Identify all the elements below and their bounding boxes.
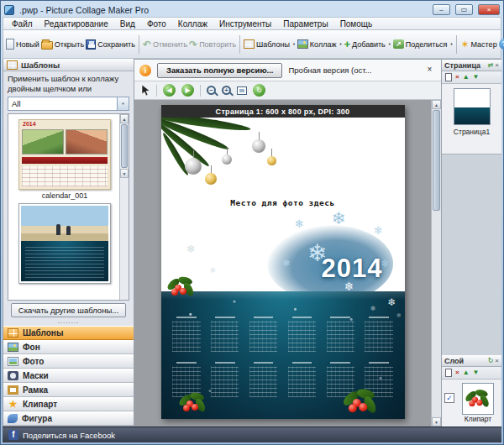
close-button[interactable]: ×: [478, 4, 500, 15]
template-filter-select[interactable]: All ▼: [8, 97, 129, 111]
sidebar-item-photo[interactable]: Фото: [3, 354, 134, 369]
holly-decoration: [180, 393, 208, 415]
scrollbar-thumb[interactable]: [121, 124, 128, 168]
zoom-in-icon[interactable]: +: [222, 86, 231, 95]
help-button[interactable]: ? Справка: [498, 34, 504, 55]
wizard-button[interactable]: ✶ Мастер: [459, 34, 497, 55]
main-area: i Заказать полную версию... Пробная верс…: [134, 59, 441, 427]
template-item[interactable]: [18, 203, 111, 284]
layer-down-icon[interactable]: ▼: [473, 369, 480, 377]
page-panel-toolbar: × ▲ ▼: [442, 71, 501, 84]
template-item[interactable]: 2014 calendar_001: [18, 119, 111, 200]
menu-file[interactable]: Файл: [6, 18, 39, 29]
redo-button[interactable]: ↷ Повторить: [188, 34, 237, 55]
menu-tools[interactable]: Инструменты: [213, 18, 277, 29]
template-thumbnail-teal-calendar[interactable]: [18, 203, 111, 284]
chevron-down-icon: ▼: [339, 42, 342, 46]
sidebar-item-frame[interactable]: Рамка: [3, 383, 134, 397]
order-full-version-button[interactable]: Заказать полную версию...: [157, 63, 282, 78]
refresh-view-icon[interactable]: ↻: [253, 84, 265, 97]
close-panel-icon[interactable]: ×: [495, 357, 499, 365]
sidebar-item-background[interactable]: Фон: [3, 340, 134, 354]
undo-icon: ↶: [143, 39, 151, 50]
trial-notification-bar: i Заказать полную версию... Пробная верс…: [134, 60, 441, 81]
snowflake-icon: ❄: [387, 297, 396, 307]
next-page-icon[interactable]: ▶: [181, 84, 194, 97]
scroll-down-icon[interactable]: ▼: [432, 417, 441, 427]
close-panel-icon[interactable]: ×: [495, 61, 499, 70]
scroll-down-icon[interactable]: ▼: [120, 169, 129, 178]
page-thumbnail[interactable]: [454, 88, 491, 125]
select-tool-icon[interactable]: [141, 85, 150, 97]
layer-up-icon[interactable]: ▲: [463, 369, 470, 377]
menu-bar: Файл Редактирование Вид Фото Коллаж Инст…: [3, 17, 501, 30]
sidebar-item-masks[interactable]: Маски: [3, 369, 134, 383]
minimize-button[interactable]: –: [433, 4, 450, 15]
facebook-icon: f: [8, 430, 18, 440]
layer-visibility-checkbox[interactable]: ✓: [444, 393, 454, 403]
templates-button[interactable]: Шаблоны ▼: [243, 34, 297, 55]
year-text[interactable]: 2014: [322, 254, 383, 284]
collage-page[interactable]: Страница 1: 600 x 800 px, DPI: 300: [161, 105, 405, 419]
refresh-layers-icon[interactable]: ↻: [488, 357, 494, 365]
chevron-down-icon: ▼: [292, 42, 296, 46]
zoom-out-icon[interactable]: −: [207, 86, 216, 95]
menu-edit[interactable]: Редактирование: [39, 18, 114, 29]
snowflake-icon: ❄: [370, 306, 376, 312]
swap-pages-icon[interactable]: ⇄: [488, 61, 494, 70]
scroll-up-icon[interactable]: ▲: [120, 114, 129, 123]
collage-button[interactable]: Коллаж ▼: [297, 34, 344, 55]
maximize-button[interactable]: ▭: [455, 4, 473, 15]
sidebar-item-shape[interactable]: Фигура: [3, 411, 134, 426]
sidebar-item-templates[interactable]: Шаблоны: [3, 326, 134, 340]
menu-view[interactable]: Вид: [114, 18, 141, 29]
delete-page-icon[interactable]: ×: [455, 73, 459, 81]
toolbar-separator: [239, 35, 240, 54]
notification-close-icon[interactable]: ×: [423, 64, 436, 76]
photo-placeholder-text[interactable]: Место для фото здесь: [161, 198, 405, 207]
move-down-icon[interactable]: ▼: [473, 73, 480, 81]
add-plus-icon: +: [344, 39, 350, 50]
template-list-scrollbar[interactable]: ▲ ▼: [119, 114, 129, 300]
collage-canvas[interactable]: Место для фото здесь ❄ ❄ ❄ ❄ ❄ ❄ ❄ ❄ ❄ 2…: [161, 118, 405, 419]
canvas-vertical-scrollbar[interactable]: ▲ ▼: [431, 100, 441, 427]
calendar-month: [171, 317, 202, 353]
add-layer-icon[interactable]: [445, 369, 452, 377]
panel-splitter[interactable]: ........: [3, 318, 134, 326]
scroll-up-icon[interactable]: ▲: [432, 100, 441, 109]
collage-photo-icon: [297, 39, 308, 49]
scrollbar-thumb[interactable]: [433, 110, 440, 211]
calendar-month: [209, 317, 240, 353]
menu-options[interactable]: Параметры: [277, 18, 333, 29]
download-templates-button[interactable]: Скачать другие шаблоны...: [11, 303, 126, 317]
chevron-down-icon[interactable]: ▼: [117, 97, 129, 110]
delete-layer-icon[interactable]: ×: [455, 369, 459, 377]
canvas-workspace[interactable]: Страница 1: 600 x 800 px, DPI: 300: [134, 100, 431, 427]
layer-thumbnail[interactable]: [462, 383, 494, 415]
new-button[interactable]: Новый: [5, 34, 40, 55]
menu-collage[interactable]: Коллаж: [172, 18, 213, 29]
holly-decoration: [466, 390, 492, 409]
templates-hint-text: Применить шаблон к коллажу двойным щелчк…: [3, 71, 134, 95]
snowflake-icon: ❄: [210, 267, 217, 275]
menu-photo[interactable]: Фото: [141, 18, 172, 29]
fit-page-icon[interactable]: [237, 86, 247, 95]
save-button[interactable]: Сохранить: [85, 34, 136, 55]
template-thumbnail-calendar-001[interactable]: 2014: [18, 119, 111, 190]
previous-page-icon[interactable]: ◀: [163, 84, 176, 97]
menu-help[interactable]: Помощь: [334, 18, 379, 29]
frame-icon: [8, 385, 18, 395]
add-button[interactable]: + Добавить ▼: [343, 34, 391, 55]
move-up-icon[interactable]: ▲: [463, 73, 470, 81]
share-button[interactable]: ↗ Поделиться ▼: [392, 34, 454, 55]
sidebar-item-clipart[interactable]: ★ Клипарт: [3, 397, 134, 411]
open-button[interactable]: Открыть: [40, 34, 85, 55]
ornament-ball: [205, 173, 217, 185]
undo-button[interactable]: ↶ Отменить: [142, 34, 188, 55]
chevron-down-icon: ▼: [388, 42, 391, 46]
facebook-share-bar[interactable]: f Поделиться на Facebook: [3, 427, 501, 442]
sidebar-accordion: Шаблоны Фон Фото Маски Рамка: [3, 326, 134, 426]
add-page-icon[interactable]: [445, 73, 452, 81]
filter-value: All: [8, 97, 117, 110]
canvas-toolbar: ◀ ▶ − + ↻: [134, 81, 441, 100]
